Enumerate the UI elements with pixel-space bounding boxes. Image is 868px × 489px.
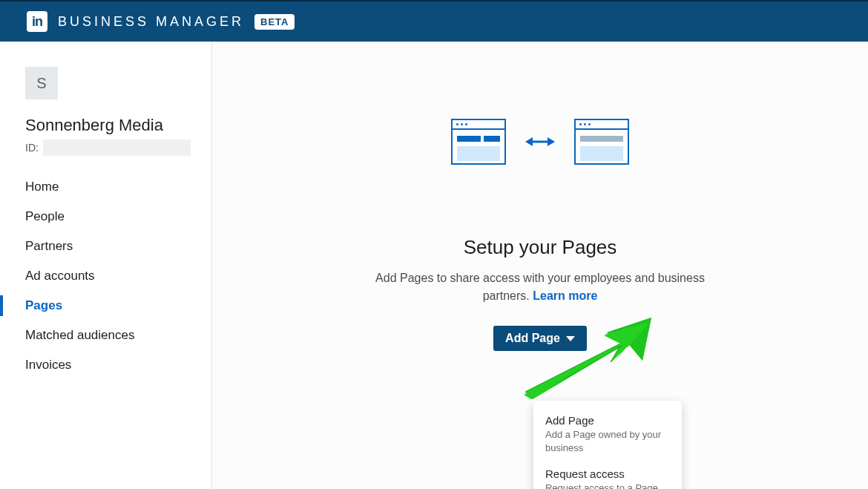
- sidebar-item-people[interactable]: People: [0, 202, 191, 232]
- dropdown-item-desc: Add a Page owned by your business: [545, 428, 670, 454]
- empty-state: Setup your Pages Add Pages to share acce…: [369, 119, 711, 351]
- learn-more-link[interactable]: Learn more: [533, 289, 597, 302]
- dropdown-item-add-page[interactable]: Add Page Add a Page owned by your busine…: [533, 408, 682, 462]
- beta-badge: BETA: [254, 14, 295, 30]
- svg-marker-2: [548, 137, 555, 146]
- dropdown-item-desc: Request access to a Page owned by anothe…: [545, 482, 670, 489]
- dropdown-item-request-access[interactable]: Request access Request access to a Page …: [533, 462, 682, 489]
- sidebar-item-home[interactable]: Home: [0, 172, 191, 202]
- linkedin-logo-icon: in: [27, 11, 47, 32]
- svg-marker-1: [525, 137, 533, 146]
- top-navbar: in BUSINESS MANAGER BETA: [0, 0, 868, 42]
- add-page-button-label: Add Page: [505, 332, 560, 345]
- app-title: BUSINESS MANAGER: [58, 14, 244, 30]
- sidebar-item-invoices[interactable]: Invoices: [0, 350, 191, 380]
- org-name: Sonnenberg Media: [25, 116, 191, 135]
- sidebar-item-ad-accounts[interactable]: Ad accounts: [0, 261, 191, 291]
- window-icon: [574, 119, 629, 165]
- add-page-dropdown: Add Page Add a Page owned by your busine…: [533, 401, 682, 489]
- add-page-button[interactable]: Add Page: [493, 326, 587, 351]
- swap-arrow-icon: [525, 135, 555, 148]
- org-id-row: ID:: [25, 140, 191, 156]
- pages-illustration: [369, 119, 711, 165]
- sidebar-item-pages[interactable]: Pages: [0, 291, 191, 321]
- org-id-value-redacted: [43, 140, 191, 156]
- org-id-label: ID:: [25, 142, 39, 154]
- empty-state-description: Add Pages to share access with your empl…: [369, 269, 711, 305]
- linkedin-logo-text: in: [32, 14, 42, 30]
- dropdown-item-title: Request access: [545, 467, 670, 480]
- sidebar-item-matched-audiences[interactable]: Matched audiences: [0, 321, 191, 350]
- sidebar-item-partners[interactable]: Partners: [0, 232, 191, 261]
- dropdown-item-title: Add Page: [545, 414, 670, 427]
- sidebar-nav: Home People Partners Ad accounts Pages M…: [0, 172, 191, 380]
- window-icon: [451, 119, 506, 165]
- caret-down-icon: [566, 336, 575, 341]
- sidebar: S Sonnenberg Media ID: Home People Partn…: [0, 42, 212, 489]
- org-avatar: S: [25, 67, 58, 99]
- main-content: Setup your Pages Add Pages to share acce…: [212, 42, 868, 489]
- empty-state-title: Setup your Pages: [369, 236, 711, 259]
